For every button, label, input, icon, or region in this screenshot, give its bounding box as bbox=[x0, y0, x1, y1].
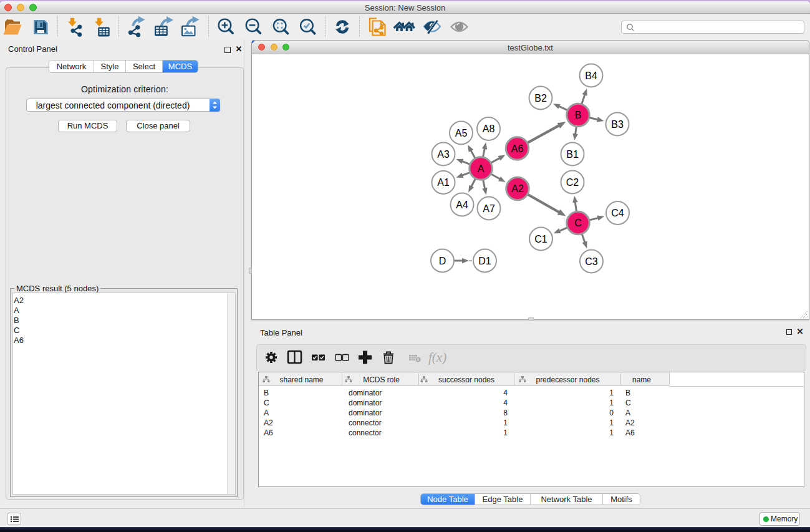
svg-text:A: A bbox=[478, 163, 485, 174]
svg-text:B1: B1 bbox=[566, 149, 579, 160]
svg-text:A8: A8 bbox=[483, 123, 495, 134]
svg-text:C: C bbox=[574, 218, 582, 228]
svg-text:A6: A6 bbox=[511, 143, 524, 154]
svg-text:f(x): f(x) bbox=[428, 350, 446, 365]
svg-text:D1: D1 bbox=[478, 256, 491, 266]
svg-text:A4: A4 bbox=[456, 200, 468, 210]
svg-text:B: B bbox=[575, 110, 582, 120]
svg-text:C4: C4 bbox=[611, 208, 624, 218]
svg-text:A5: A5 bbox=[455, 128, 468, 138]
svg-text:C1: C1 bbox=[534, 234, 547, 244]
svg-text:B2: B2 bbox=[534, 93, 547, 104]
svg-text:A1: A1 bbox=[437, 177, 450, 188]
svg-text:A3: A3 bbox=[437, 149, 450, 160]
svg-text:B3: B3 bbox=[611, 119, 624, 130]
svg-text:C2: C2 bbox=[566, 177, 579, 188]
svg-text:A2: A2 bbox=[511, 183, 524, 194]
svg-text:B4: B4 bbox=[585, 70, 597, 81]
svg-text:A7: A7 bbox=[483, 203, 495, 214]
svg-text:C3: C3 bbox=[585, 256, 598, 267]
svg-text:D: D bbox=[439, 256, 446, 266]
